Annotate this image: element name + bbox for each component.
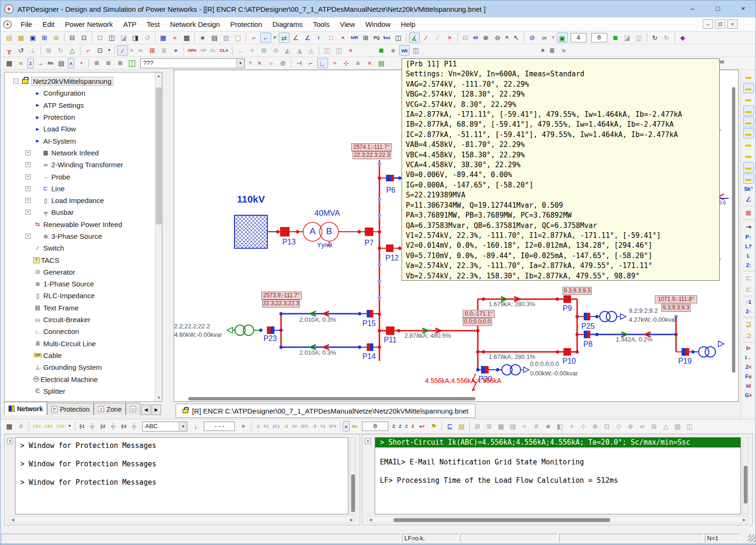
load-p20[interactable]: [476, 365, 530, 375]
messages-vscrollbar[interactable]: [350, 437, 356, 514]
print-icon[interactable]: ⊟: [67, 33, 78, 43]
rotate2-icon[interactable]: ◬: [306, 45, 316, 56]
menu-item[interactable]: File: [16, 18, 37, 31]
paste-icon[interactable]: ◪: [118, 33, 129, 43]
scroll-up-icon[interactable]: ▲: [155, 73, 162, 80]
chart4-icon[interactable]: ⌐: [306, 58, 316, 68]
back-icon[interactable]: ↩: [417, 421, 427, 431]
font-icon[interactable]: A: [68, 58, 75, 68]
mdi-close-button[interactable]: ×: [727, 19, 738, 29]
delete-icon[interactable]: ×: [345, 45, 356, 56]
sk-icon[interactable]: Sk'': [743, 184, 755, 194]
angle-red-icon[interactable]: ∠: [290, 33, 301, 43]
branch1b-icon[interactable]: ╪: [87, 421, 97, 431]
print-preview-icon[interactable]: ⊡: [79, 33, 89, 43]
delete2-icon[interactable]: ×: [364, 58, 375, 68]
toolbar-icon[interactable]: ⊡: [602, 421, 612, 431]
hash-icon[interactable]: #: [16, 421, 26, 431]
probe-generator-icon[interactable]: ▬: [743, 162, 754, 172]
book-icon[interactable]: ◆: [677, 33, 688, 43]
chart-active-icon[interactable]: ⌐: [260, 33, 271, 43]
probe-current-icon[interactable]: ▬: [743, 83, 754, 93]
f2-icon[interactable]: 2F2: [299, 421, 310, 431]
slash-doc-icon[interactable]: ⊘: [278, 58, 289, 68]
protection-messages-list[interactable]: > Window for Protection Messages > Windo…: [15, 437, 348, 514]
toolbar-icon[interactable]: ◫: [684, 421, 695, 431]
save-icon[interactable]: ▣: [27, 33, 38, 43]
toolbar-icon[interactable]: ■: [543, 421, 554, 431]
up1-icon[interactable]: ↑1: [744, 297, 753, 307]
fuse-icon[interactable]: Fu: [744, 372, 753, 381]
cross-icon[interactable]: ⊹: [341, 58, 352, 68]
toolbar-icon[interactable]: ∞: [637, 421, 648, 431]
toolbar-icon[interactable]: ⊞: [649, 421, 659, 431]
tree-root-netz20kv[interactable]: − Netz20kVMittelspannung: [5, 75, 155, 87]
dotted-icon[interactable]: ⊡: [460, 33, 471, 43]
element-combo[interactable]: ??? ▼: [140, 58, 245, 68]
close-icon[interactable]: x: [365, 438, 371, 444]
node-p6[interactable]: [378, 175, 402, 181]
new-sheet-icon[interactable]: □: [95, 33, 105, 43]
layers-icon[interactable]: ◫: [127, 58, 137, 68]
view-icon[interactable]: ◔: [75, 58, 86, 68]
flag-icon[interactable]: →: [235, 45, 246, 56]
tree-item-3-phase-source[interactable]: + ⊛ 3-Phase Source: [5, 230, 155, 242]
rotate-icon[interactable]: ↺: [16, 45, 26, 56]
curve-icon[interactable]: ≈: [169, 33, 180, 43]
tree-item-ai-system[interactable]: ▶ AI-System: [5, 135, 155, 146]
scroll-left-icon[interactable]: ◀: [368, 518, 373, 522]
network-infeed-110kv[interactable]: [234, 215, 278, 248]
counter-field[interactable]: 0: [362, 422, 388, 431]
book-copy-icon[interactable]: ◫: [393, 33, 404, 43]
mdi-restore-button[interactable]: ⊡: [715, 19, 725, 29]
l-query-icon[interactable]: L?: [744, 242, 753, 251]
ground-fault-icon[interactable]: G>: [744, 390, 754, 400]
bars-icon[interactable]: ⊒: [743, 319, 754, 329]
tree-item-2-winding-transformer[interactable]: + ∞ 2-Winding Transformer: [5, 159, 155, 171]
nr-icon[interactable]: N/R: [349, 33, 360, 43]
chart-load-icon[interactable]: ⌐: [249, 33, 259, 43]
node-p19[interactable]: [674, 315, 716, 357]
state-green-icon[interactable]: ■: [376, 45, 386, 56]
no-probe-icon[interactable]: ⊠: [743, 208, 754, 218]
ksc-icon[interactable]: ksc: [382, 33, 392, 43]
probe-switch-icon[interactable]: ▬: [743, 117, 754, 127]
tab-protection[interactable]: P Protection: [47, 403, 94, 415]
menu-item[interactable]: Window: [360, 18, 395, 31]
multi-icon[interactable]: ≡: [353, 58, 363, 68]
chart6-icon[interactable]: ¬: [329, 58, 340, 68]
toolbar-icon[interactable]: ⊗: [625, 421, 636, 431]
tree-item-multi-circuit-line[interactable]: ≣ Multi-Circuit Line: [5, 338, 155, 350]
tree-item-electrical-machine[interactable]: M Electrical Machine: [5, 373, 155, 385]
ground-tool-icon[interactable]: ⊥: [27, 45, 38, 56]
tree-item-text-frame[interactable]: ▤ Text Frame: [5, 302, 155, 314]
cla-icon[interactable]: CLA: [218, 45, 230, 56]
move2-icon[interactable]: ↻: [55, 45, 66, 56]
chevron-down-icon[interactable]: ▼: [236, 59, 244, 68]
eraser-icon[interactable]: ⊘: [270, 45, 281, 56]
pattern-icon[interactable]: ▩: [4, 58, 15, 68]
probe-power-icon[interactable]: ▬: [743, 94, 754, 105]
node-p13[interactable]: [276, 227, 304, 236]
node-p9[interactable]: [563, 295, 571, 303]
tab-network[interactable]: Network: [4, 402, 47, 415]
pattern2-icon[interactable]: ▩: [4, 421, 15, 431]
toolbar-icon[interactable]: +: [566, 421, 577, 431]
tree-item-grounding-system[interactable]: ⊥ Grounding System: [5, 361, 155, 373]
close-icon[interactable]: x: [7, 438, 13, 444]
z-color-icon[interactable]: Z: [404, 421, 410, 431]
chart5-icon[interactable]: ∟: [317, 58, 328, 68]
target-icon[interactable]: ⌖: [170, 45, 181, 56]
refresh-disabled-icon[interactable]: ↻: [661, 33, 672, 43]
toolbar-icon[interactable]: ⊞: [472, 421, 483, 431]
tree-item-cable[interactable]: CP Cable: [5, 350, 155, 361]
tree-item-probe[interactable]: + → Probe: [5, 171, 155, 182]
menu-item[interactable]: Protection: [225, 18, 267, 31]
dock-icon[interactable]: ⊑: [444, 421, 455, 431]
cl-icon[interactable]: CL: [209, 45, 217, 56]
short-circuit-result-row[interactable]: > Short-Circuit Ik(ABC)=4.556kA;4.556kA;…: [375, 438, 740, 447]
a-label-icon[interactable]: A: [343, 421, 350, 431]
chevron-down-icon[interactable]: ▼: [179, 422, 187, 431]
close-button[interactable]: ×: [735, 3, 752, 14]
node-mode-icon[interactable]: ▣: [557, 33, 568, 43]
